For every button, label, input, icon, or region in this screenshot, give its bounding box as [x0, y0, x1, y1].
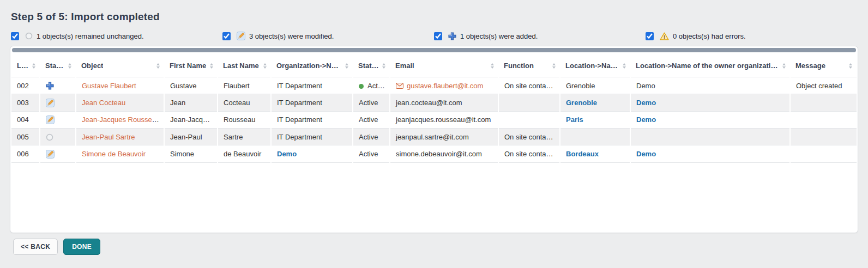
- cell-status-icon: [40, 129, 76, 145]
- sort-icon[interactable]: [32, 63, 35, 69]
- summary-errors-checkbox[interactable]: [646, 32, 654, 40]
- sort-icon[interactable]: [68, 63, 71, 69]
- cell-text: Simone: [170, 150, 194, 158]
- cell-owner-organization[interactable]: Demo: [630, 111, 790, 129]
- import-results-table: LineStatusObjectFirst NameLast NameOrgan…: [11, 53, 857, 163]
- column-header-email[interactable]: Email: [390, 53, 498, 77]
- sort-icon[interactable]: [263, 63, 267, 69]
- added-icon: [46, 82, 54, 90]
- done-button[interactable]: DONE: [63, 239, 100, 255]
- results-table-panel: LineStatusObjectFirst NameLast NameOrgan…: [10, 46, 858, 233]
- sort-icon[interactable]: [382, 63, 385, 69]
- cell-email: jean.cocteau@it.com: [390, 94, 498, 112]
- column-header-message[interactable]: Message: [790, 53, 857, 77]
- cell-line: 003: [11, 94, 40, 112]
- sort-icon[interactable]: [210, 63, 213, 69]
- cell-message: [790, 129, 857, 145]
- cell-location[interactable]: Paris: [560, 111, 630, 129]
- sort-icon[interactable]: [156, 63, 160, 69]
- column-header-status[interactable]: Status: [353, 53, 390, 77]
- cell-text: 002: [17, 82, 29, 90]
- object-link[interactable]: Gustave Flaubert: [82, 82, 136, 90]
- back-button[interactable]: << BACK: [13, 239, 58, 255]
- cell-status-icon: [40, 111, 76, 129]
- object-link[interactable]: Jean-Jacques Rousseau: [82, 115, 160, 124]
- table-row: 005Jean-Paul SartreJean-PaulSartreIT Dep…: [11, 129, 857, 145]
- cell-status: Active: [353, 77, 390, 94]
- column-header-label: Function: [504, 62, 534, 70]
- sort-icon[interactable]: [782, 63, 786, 69]
- cell-text: Active: [359, 150, 378, 158]
- cell-text: Active: [359, 115, 378, 124]
- column-header-label: Line: [17, 62, 29, 70]
- cell-text: Sartre: [224, 133, 243, 141]
- cell-text: 003: [17, 99, 29, 107]
- summary-added-checkbox[interactable]: [434, 32, 442, 40]
- cell-message: [790, 145, 857, 163]
- object-link[interactable]: Jean-Paul Sartre: [82, 133, 135, 141]
- cell-status: Active: [353, 111, 390, 129]
- column-header-object[interactable]: Object: [76, 53, 164, 77]
- cell-object[interactable]: Jean-Jacques Rousseau: [76, 111, 164, 129]
- object-link[interactable]: gustave.flaubert@it.com: [407, 82, 483, 90]
- reference-link[interactable]: Demo: [277, 150, 297, 158]
- cell-email[interactable]: gustave.flaubert@it.com: [390, 77, 498, 94]
- object-link[interactable]: Simone de Beauvoir: [82, 150, 146, 158]
- reference-link[interactable]: Paris: [566, 115, 583, 124]
- cell-location[interactable]: Grenoble: [560, 94, 630, 112]
- cell-text: Object created: [796, 82, 842, 90]
- cell-owner-organization: Demo: [630, 77, 790, 94]
- sort-icon[interactable]: [849, 63, 852, 69]
- reference-link[interactable]: Demo: [636, 115, 656, 124]
- cell-text: Active: [367, 82, 387, 90]
- footer-actions: << BACK DONE: [13, 239, 856, 255]
- cell-organization: IT Department: [271, 129, 353, 145]
- column-header-status-icon[interactable]: Status: [40, 53, 76, 77]
- cell-object[interactable]: Gustave Flaubert: [76, 77, 164, 94]
- reference-link[interactable]: Demo: [636, 150, 656, 158]
- summary-bar: 1 objects(s) remained unchanged. 3 objec…: [11, 32, 857, 40]
- summary-modified-checkbox[interactable]: [222, 32, 231, 40]
- cell-owner-organization[interactable]: Demo: [630, 94, 790, 112]
- cell-text: simone.debeauvoir@it.com: [396, 150, 482, 158]
- cell-location[interactable]: Bordeaux: [560, 145, 630, 163]
- cell-text: 006: [17, 150, 29, 158]
- object-link[interactable]: Jean Cocteau: [82, 99, 125, 107]
- sort-icon[interactable]: [552, 63, 556, 69]
- table-horizontal-scrollbar[interactable]: [12, 48, 856, 52]
- sort-icon[interactable]: [491, 63, 494, 69]
- column-header-organization[interactable]: Organization->Name: [271, 53, 353, 77]
- cell-text: Jean-Paul: [170, 133, 202, 141]
- sort-icon[interactable]: [345, 63, 348, 69]
- summary-unchanged-checkbox[interactable]: [11, 32, 19, 40]
- cell-object[interactable]: Jean Cocteau: [76, 94, 164, 112]
- column-header-location[interactable]: Location->Name: [560, 53, 630, 77]
- column-header-function[interactable]: Function: [498, 53, 560, 77]
- cell-organization[interactable]: Demo: [271, 145, 353, 163]
- cell-last-name: Cocteau: [218, 94, 271, 112]
- column-header-label: Object: [81, 62, 103, 70]
- column-header-last-name[interactable]: Last Name: [218, 53, 271, 77]
- sort-icon[interactable]: [623, 63, 626, 69]
- modified-icon: [46, 115, 55, 124]
- cell-text: Gustave: [170, 82, 196, 90]
- column-header-first-name[interactable]: First Name: [164, 53, 218, 77]
- column-header-label: Email: [395, 62, 414, 70]
- cell-object[interactable]: Jean-Paul Sartre: [76, 129, 164, 145]
- svg-text:!: !: [664, 34, 665, 40]
- column-header-owner-organization[interactable]: Location->Name of the owner organization: [630, 53, 790, 77]
- cell-first-name: Simone: [164, 145, 218, 163]
- reference-link[interactable]: Demo: [636, 99, 656, 107]
- cell-owner-organization[interactable]: Demo: [630, 145, 790, 163]
- cell-function: [498, 94, 560, 112]
- cell-text: On site contacts: [504, 133, 555, 141]
- reference-link[interactable]: Bordeaux: [566, 150, 599, 158]
- reference-link[interactable]: Grenoble: [566, 99, 597, 107]
- table-header-row: LineStatusObjectFirst NameLast NameOrgan…: [11, 53, 857, 77]
- cell-text: Cocteau: [224, 99, 250, 107]
- cell-status-icon: [40, 145, 76, 163]
- cell-object[interactable]: Simone de Beauvoir: [76, 145, 164, 163]
- column-header-line[interactable]: Line: [11, 53, 40, 77]
- cell-line: 002: [11, 77, 40, 94]
- cell-status-icon: [40, 77, 76, 94]
